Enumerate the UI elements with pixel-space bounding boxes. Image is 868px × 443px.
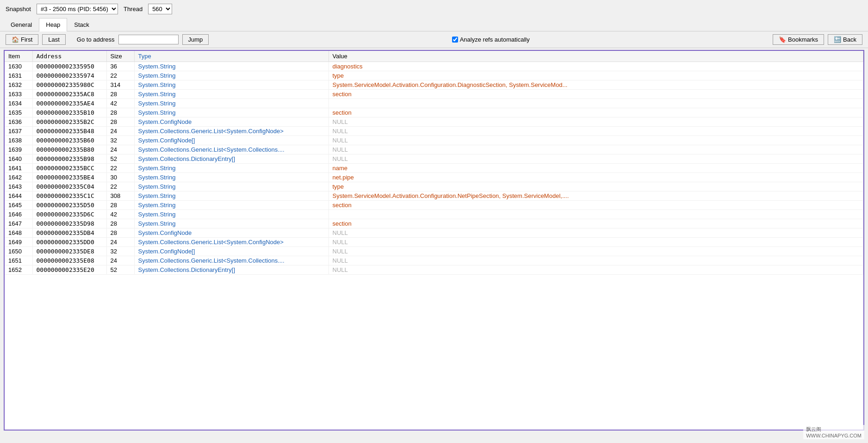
cell-type: System.Collections.DictionaryEntry[]: [134, 265, 329, 275]
cell-type: System.Collections.Generic.List<System.C…: [134, 145, 329, 154]
cell-size: 22: [106, 164, 134, 173]
cell-type: System.String: [134, 80, 329, 90]
cell-value: System.ServiceModel.Activation.Configura…: [329, 191, 863, 201]
bookmark-icon: 🔖: [779, 36, 786, 43]
table-row[interactable]: 16390000000002335B8024System.Collections…: [5, 145, 863, 154]
cell-size: 24: [106, 145, 134, 154]
first-button[interactable]: 🏠 First: [6, 34, 38, 45]
cell-address: 0000000002335D6C: [32, 210, 106, 219]
col-header-type: Type: [134, 51, 329, 62]
cell-value: type: [329, 71, 863, 80]
cell-size: 36: [106, 62, 134, 71]
table-row[interactable]: 16350000000002335B1028System.Stringsecti…: [5, 108, 863, 117]
cell-value: NULL: [329, 228, 863, 238]
address-input[interactable]: [118, 35, 179, 44]
cell-address: 0000000002335950: [32, 62, 106, 71]
analyze-refs-checkbox[interactable]: [452, 37, 458, 43]
watermark: 飘云阁WWW.CHINAPYG.COM: [803, 425, 864, 432]
bookmarks-button[interactable]: 🔖 Bookmarks: [773, 34, 824, 45]
table-row[interactable]: 16330000000002335AC828System.Stringsecti…: [5, 90, 863, 99]
cell-value: NULL: [329, 256, 863, 265]
cell-address: 0000000002335B60: [32, 136, 106, 145]
tab-general[interactable]: General: [4, 18, 39, 31]
cell-value: NULL: [329, 265, 863, 275]
table-row[interactable]: 1630000000000233595036System.Stringdiagn…: [5, 62, 863, 71]
cell-value: NULL: [329, 136, 863, 145]
cell-type: System.Collections.Generic.List<System.C…: [134, 256, 329, 265]
back-button[interactable]: 🔙 Back: [828, 34, 862, 45]
cell-item: 1647: [5, 219, 32, 228]
last-button[interactable]: Last: [42, 34, 66, 45]
snapshot-label: Snapshot: [6, 6, 31, 12]
cell-size: 28: [106, 90, 134, 99]
cell-size: 24: [106, 127, 134, 136]
tab-heap[interactable]: Heap: [39, 18, 67, 31]
table-row[interactable]: 16360000000002335B2C28System.ConfigNodeN…: [5, 117, 863, 127]
cell-type: System.ConfigNode: [134, 117, 329, 127]
table-row[interactable]: 16510000000002335E0824System.Collections…: [5, 256, 863, 265]
table-row[interactable]: 16430000000002335C0422System.Stringtype: [5, 182, 863, 191]
cell-type: System.Collections.Generic.List<System.C…: [134, 238, 329, 247]
table-row[interactable]: 16340000000002335AE442System.String: [5, 99, 863, 108]
cell-size: 28: [106, 201, 134, 210]
cell-value: section: [329, 219, 863, 228]
cell-address: 0000000002335D50: [32, 201, 106, 210]
cell-type: System.Collections.Generic.List<System.C…: [134, 127, 329, 136]
analyze-refs-wrap: Analyze refs automatically: [452, 36, 530, 43]
cell-size: 308: [106, 191, 134, 201]
snapshot-select[interactable]: #3 - 2500 ms (PID: 5456): [37, 4, 118, 14]
cell-address: 000000002335980C: [32, 80, 106, 90]
cell-size: 32: [106, 136, 134, 145]
table-row[interactable]: 16460000000002335D6C42System.String: [5, 210, 863, 219]
cell-size: 32: [106, 247, 134, 256]
table-row[interactable]: 16370000000002335B4824System.Collections…: [5, 127, 863, 136]
table-row[interactable]: 1632000000002335980C314System.StringSyst…: [5, 80, 863, 90]
cell-address: 0000000002335E08: [32, 256, 106, 265]
cell-item: 1644: [5, 191, 32, 201]
table-row[interactable]: 16500000000002335DE832System.ConfigNode[…: [5, 247, 863, 256]
cell-value: NULL: [329, 117, 863, 127]
heap-table-container: Item Address Size Type Value 16300000000…: [4, 50, 864, 431]
cell-type: System.String: [134, 219, 329, 228]
cell-address: 0000000002335BCC: [32, 164, 106, 173]
table-row[interactable]: 16520000000002335E2052System.Collections…: [5, 265, 863, 275]
cell-value: NULL: [329, 238, 863, 247]
table-row[interactable]: 16480000000002335DB428System.ConfigNodeN…: [5, 228, 863, 238]
table-row[interactable]: 16470000000002335D9828System.Stringsecti…: [5, 219, 863, 228]
cell-item: 1633: [5, 90, 32, 99]
table-row[interactable]: 16490000000002335DD024System.Collections…: [5, 238, 863, 247]
table-row[interactable]: 16440000000002335C1C308System.StringSyst…: [5, 191, 863, 201]
cell-item: 1643: [5, 182, 32, 191]
cell-type: System.ConfigNode[]: [134, 136, 329, 145]
cell-address: 0000000002335E20: [32, 265, 106, 275]
cell-address: 0000000002335AC8: [32, 90, 106, 99]
table-row[interactable]: 1631000000000233597422System.Stringtype: [5, 71, 863, 80]
cell-item: 1632: [5, 80, 32, 90]
cell-size: 28: [106, 228, 134, 238]
table-row[interactable]: 16380000000002335B6032System.ConfigNode[…: [5, 136, 863, 145]
cell-item: 1646: [5, 210, 32, 219]
cell-item: 1635: [5, 108, 32, 117]
cell-value: [329, 210, 863, 219]
tab-stack[interactable]: Stack: [67, 18, 96, 31]
toolbar: 🏠 First Last Go to address Jump Analyze …: [0, 31, 868, 48]
cell-item: 1636: [5, 117, 32, 127]
table-row[interactable]: 16410000000002335BCC22System.Stringname: [5, 164, 863, 173]
table-row[interactable]: 16420000000002335BE430System.Stringnet.p…: [5, 173, 863, 182]
thread-select[interactable]: 560: [148, 4, 172, 14]
cell-value: section: [329, 108, 863, 117]
thread-label: Thread: [124, 6, 143, 12]
cell-value: [329, 99, 863, 108]
cell-value: section: [329, 90, 863, 99]
cell-value: System.ServiceModel.Activation.Configura…: [329, 80, 863, 90]
cell-address: 0000000002335B2C: [32, 117, 106, 127]
cell-item: 1631: [5, 71, 32, 80]
col-header-address: Address: [32, 51, 106, 62]
cell-value: NULL: [329, 145, 863, 154]
jump-button[interactable]: Jump: [182, 34, 209, 45]
back-icon: 🔙: [834, 36, 841, 43]
table-row[interactable]: 16400000000002335B9852System.Collections…: [5, 154, 863, 164]
cell-item: 1652: [5, 265, 32, 275]
cell-size: 28: [106, 219, 134, 228]
table-row[interactable]: 16450000000002335D5028System.Stringsecti…: [5, 201, 863, 210]
